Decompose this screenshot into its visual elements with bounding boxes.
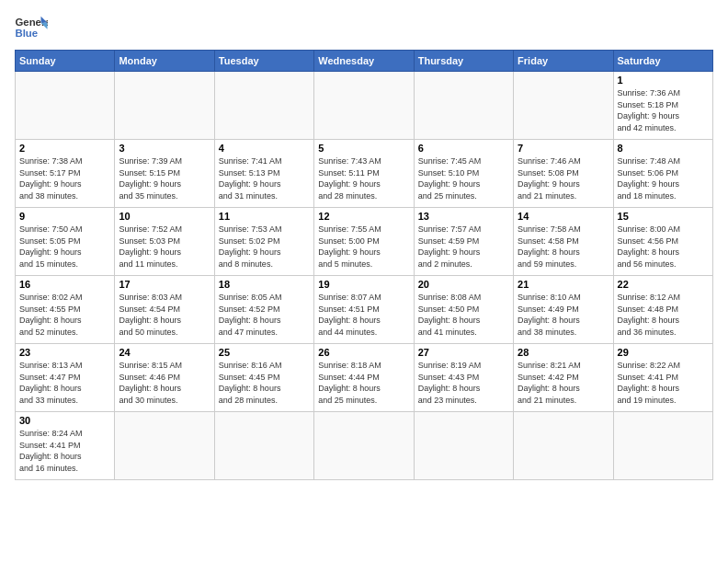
day-info: Sunrise: 8:08 AM Sunset: 4:50 PM Dayligh…: [418, 292, 509, 338]
day-info: Sunrise: 8:15 AM Sunset: 4:46 PM Dayligh…: [119, 360, 210, 406]
weekday-header-wednesday: Wednesday: [314, 51, 414, 72]
day-info: Sunrise: 8:21 AM Sunset: 4:42 PM Dayligh…: [518, 360, 609, 406]
calendar-cell-w1d5: 7Sunrise: 7:46 AM Sunset: 5:08 PM Daylig…: [514, 140, 613, 208]
day-info: Sunrise: 8:12 AM Sunset: 4:48 PM Dayligh…: [618, 292, 709, 338]
day-number: 21: [518, 279, 609, 290]
calendar-cell-w5d3: [314, 412, 414, 480]
calendar-cell-w0d6: 1Sunrise: 7:36 AM Sunset: 5:18 PM Daylig…: [613, 72, 712, 140]
calendar-cell-w2d3: 12Sunrise: 7:55 AM Sunset: 5:00 PM Dayli…: [314, 208, 414, 276]
day-number: 27: [418, 347, 509, 358]
day-info: Sunrise: 8:07 AM Sunset: 4:51 PM Dayligh…: [318, 292, 409, 338]
day-info: Sunrise: 7:38 AM Sunset: 5:17 PM Dayligh…: [19, 155, 110, 201]
day-info: Sunrise: 7:41 AM Sunset: 5:13 PM Dayligh…: [219, 155, 310, 201]
calendar-cell-w3d2: 18Sunrise: 8:05 AM Sunset: 4:52 PM Dayli…: [214, 276, 313, 344]
calendar-cell-w3d0: 16Sunrise: 8:02 AM Sunset: 4:55 PM Dayli…: [16, 276, 115, 344]
day-number: 4: [219, 143, 310, 154]
day-number: 18: [219, 279, 310, 290]
calendar-cell-w4d5: 28Sunrise: 8:21 AM Sunset: 4:42 PM Dayli…: [514, 344, 613, 412]
calendar-cell-w2d5: 14Sunrise: 7:58 AM Sunset: 4:58 PM Dayli…: [514, 208, 613, 276]
day-number: 5: [318, 143, 409, 154]
day-number: 13: [418, 211, 509, 222]
day-number: 24: [119, 347, 210, 358]
day-number: 1: [618, 75, 709, 86]
day-number: 10: [119, 211, 210, 222]
day-number: 26: [318, 347, 409, 358]
day-info: Sunrise: 7:57 AM Sunset: 4:59 PM Dayligh…: [418, 224, 509, 270]
calendar-cell-w0d0: [16, 72, 115, 140]
day-info: Sunrise: 7:45 AM Sunset: 5:10 PM Dayligh…: [418, 155, 509, 201]
calendar-cell-w0d2: [214, 72, 313, 140]
calendar-cell-w0d3: [314, 72, 414, 140]
day-number: 25: [219, 347, 310, 358]
calendar-cell-w1d0: 2Sunrise: 7:38 AM Sunset: 5:17 PM Daylig…: [16, 140, 115, 208]
svg-text:Blue: Blue: [16, 28, 39, 39]
day-info: Sunrise: 7:36 AM Sunset: 5:18 PM Dayligh…: [618, 87, 709, 133]
calendar-cell-w5d1: [115, 412, 214, 480]
weekday-header-tuesday: Tuesday: [214, 51, 313, 72]
day-number: 19: [318, 279, 409, 290]
weekday-header-friday: Friday: [514, 51, 613, 72]
day-info: Sunrise: 7:55 AM Sunset: 5:00 PM Dayligh…: [318, 224, 409, 270]
day-info: Sunrise: 7:52 AM Sunset: 5:03 PM Dayligh…: [119, 224, 210, 270]
calendar-cell-w3d3: 19Sunrise: 8:07 AM Sunset: 4:51 PM Dayli…: [314, 276, 414, 344]
calendar-cell-w1d3: 5Sunrise: 7:43 AM Sunset: 5:11 PM Daylig…: [314, 140, 414, 208]
day-number: 22: [618, 279, 709, 290]
calendar-cell-w3d5: 21Sunrise: 8:10 AM Sunset: 4:49 PM Dayli…: [514, 276, 613, 344]
calendar-cell-w0d4: [414, 72, 513, 140]
day-number: 29: [618, 347, 709, 358]
day-info: Sunrise: 8:05 AM Sunset: 4:52 PM Dayligh…: [219, 292, 310, 338]
day-info: Sunrise: 8:18 AM Sunset: 4:44 PM Dayligh…: [318, 360, 409, 406]
day-info: Sunrise: 8:19 AM Sunset: 4:43 PM Dayligh…: [418, 360, 509, 406]
weekday-header-monday: Monday: [115, 51, 214, 72]
day-number: 8: [618, 143, 709, 154]
day-number: 15: [618, 211, 709, 222]
day-number: 3: [119, 143, 210, 154]
calendar-cell-w4d2: 25Sunrise: 8:16 AM Sunset: 4:45 PM Dayli…: [214, 344, 313, 412]
day-info: Sunrise: 7:48 AM Sunset: 5:06 PM Dayligh…: [618, 155, 709, 201]
day-number: 7: [518, 143, 609, 154]
weekday-header-sunday: Sunday: [16, 51, 115, 72]
calendar-cell-w2d4: 13Sunrise: 7:57 AM Sunset: 4:59 PM Dayli…: [414, 208, 513, 276]
day-info: Sunrise: 8:10 AM Sunset: 4:49 PM Dayligh…: [518, 292, 609, 338]
day-number: 16: [19, 279, 110, 290]
day-info: Sunrise: 7:46 AM Sunset: 5:08 PM Dayligh…: [518, 155, 609, 201]
calendar-cell-w5d0: 30Sunrise: 8:24 AM Sunset: 4:41 PM Dayli…: [16, 412, 115, 480]
calendar-cell-w0d5: [514, 72, 613, 140]
calendar-cell-w3d6: 22Sunrise: 8:12 AM Sunset: 4:48 PM Dayli…: [613, 276, 712, 344]
day-number: 14: [518, 211, 609, 222]
calendar-cell-w2d2: 11Sunrise: 7:53 AM Sunset: 5:02 PM Dayli…: [214, 208, 313, 276]
day-info: Sunrise: 8:03 AM Sunset: 4:54 PM Dayligh…: [119, 292, 210, 338]
day-info: Sunrise: 7:43 AM Sunset: 5:11 PM Dayligh…: [318, 155, 409, 201]
calendar-cell-w4d4: 27Sunrise: 8:19 AM Sunset: 4:43 PM Dayli…: [414, 344, 513, 412]
day-info: Sunrise: 8:24 AM Sunset: 4:41 PM Dayligh…: [19, 428, 110, 474]
day-info: Sunrise: 7:58 AM Sunset: 4:58 PM Dayligh…: [518, 224, 609, 270]
calendar-cell-w4d3: 26Sunrise: 8:18 AM Sunset: 4:44 PM Dayli…: [314, 344, 414, 412]
day-number: 30: [19, 415, 110, 426]
logo: General Blue: [15, 15, 48, 40]
calendar-cell-w1d6: 8Sunrise: 7:48 AM Sunset: 5:06 PM Daylig…: [613, 140, 712, 208]
calendar-cell-w5d2: [214, 412, 313, 480]
day-number: 20: [418, 279, 509, 290]
calendar-cell-w2d6: 15Sunrise: 8:00 AM Sunset: 4:56 PM Dayli…: [613, 208, 712, 276]
day-number: 11: [219, 211, 310, 222]
calendar-cell-w0d1: [115, 72, 214, 140]
calendar-cell-w1d2: 4Sunrise: 7:41 AM Sunset: 5:13 PM Daylig…: [214, 140, 313, 208]
day-info: Sunrise: 7:50 AM Sunset: 5:05 PM Dayligh…: [19, 224, 110, 270]
calendar-cell-w4d6: 29Sunrise: 8:22 AM Sunset: 4:41 PM Dayli…: [613, 344, 712, 412]
calendar-cell-w1d4: 6Sunrise: 7:45 AM Sunset: 5:10 PM Daylig…: [414, 140, 513, 208]
calendar-cell-w4d1: 24Sunrise: 8:15 AM Sunset: 4:46 PM Dayli…: [115, 344, 214, 412]
day-number: 28: [518, 347, 609, 358]
day-number: 12: [318, 211, 409, 222]
day-info: Sunrise: 7:39 AM Sunset: 5:15 PM Dayligh…: [119, 155, 210, 201]
weekday-header-thursday: Thursday: [414, 51, 513, 72]
day-number: 6: [418, 143, 509, 154]
day-info: Sunrise: 8:00 AM Sunset: 4:56 PM Dayligh…: [618, 224, 709, 270]
calendar-cell-w1d1: 3Sunrise: 7:39 AM Sunset: 5:15 PM Daylig…: [115, 140, 214, 208]
day-info: Sunrise: 8:22 AM Sunset: 4:41 PM Dayligh…: [618, 360, 709, 406]
day-info: Sunrise: 8:16 AM Sunset: 4:45 PM Dayligh…: [219, 360, 310, 406]
calendar-cell-w5d4: [414, 412, 513, 480]
day-number: 9: [19, 211, 110, 222]
weekday-header-saturday: Saturday: [613, 51, 712, 72]
day-info: Sunrise: 8:02 AM Sunset: 4:55 PM Dayligh…: [19, 292, 110, 338]
calendar-cell-w4d0: 23Sunrise: 8:13 AM Sunset: 4:47 PM Dayli…: [16, 344, 115, 412]
